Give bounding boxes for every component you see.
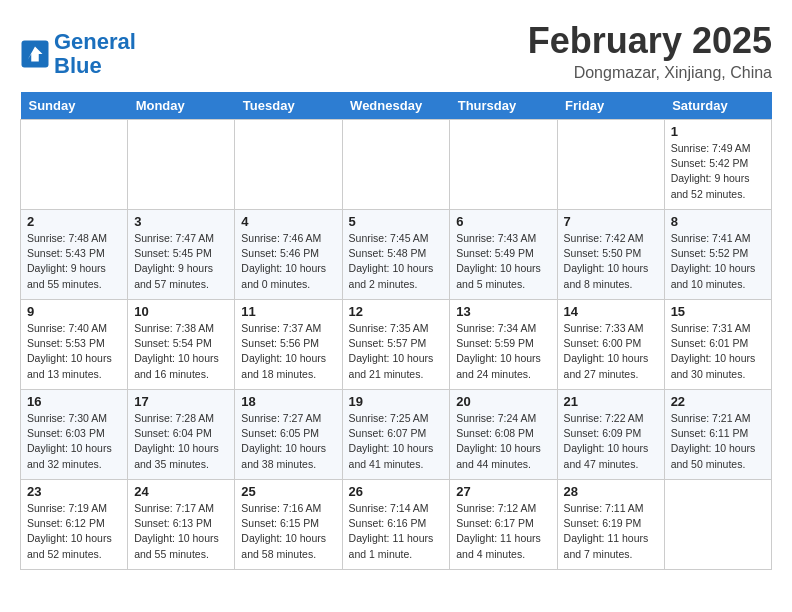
calendar-week-row: 9Sunrise: 7:40 AM Sunset: 5:53 PM Daylig… [21, 300, 772, 390]
calendar-cell: 13Sunrise: 7:34 AM Sunset: 5:59 PM Dayli… [450, 300, 557, 390]
day-number: 16 [27, 394, 121, 409]
day-number: 19 [349, 394, 444, 409]
calendar-cell: 2Sunrise: 7:48 AM Sunset: 5:43 PM Daylig… [21, 210, 128, 300]
calendar-cell: 8Sunrise: 7:41 AM Sunset: 5:52 PM Daylig… [664, 210, 771, 300]
day-number: 28 [564, 484, 658, 499]
day-info: Sunrise: 7:31 AM Sunset: 6:01 PM Dayligh… [671, 321, 765, 382]
day-info: Sunrise: 7:33 AM Sunset: 6:00 PM Dayligh… [564, 321, 658, 382]
day-number: 5 [349, 214, 444, 229]
weekday-header: Sunday [21, 92, 128, 120]
weekday-header: Wednesday [342, 92, 450, 120]
day-number: 15 [671, 304, 765, 319]
weekday-header: Friday [557, 92, 664, 120]
day-info: Sunrise: 7:28 AM Sunset: 6:04 PM Dayligh… [134, 411, 228, 472]
calendar-cell [235, 120, 342, 210]
calendar-cell: 25Sunrise: 7:16 AM Sunset: 6:15 PM Dayli… [235, 480, 342, 570]
day-info: Sunrise: 7:34 AM Sunset: 5:59 PM Dayligh… [456, 321, 550, 382]
calendar-cell: 22Sunrise: 7:21 AM Sunset: 6:11 PM Dayli… [664, 390, 771, 480]
logo-text: General Blue [54, 30, 136, 78]
day-info: Sunrise: 7:19 AM Sunset: 6:12 PM Dayligh… [27, 501, 121, 562]
day-info: Sunrise: 7:45 AM Sunset: 5:48 PM Dayligh… [349, 231, 444, 292]
day-number: 2 [27, 214, 121, 229]
calendar-week-row: 23Sunrise: 7:19 AM Sunset: 6:12 PM Dayli… [21, 480, 772, 570]
day-number: 13 [456, 304, 550, 319]
calendar-cell: 17Sunrise: 7:28 AM Sunset: 6:04 PM Dayli… [128, 390, 235, 480]
day-info: Sunrise: 7:24 AM Sunset: 6:08 PM Dayligh… [456, 411, 550, 472]
day-info: Sunrise: 7:11 AM Sunset: 6:19 PM Dayligh… [564, 501, 658, 562]
calendar-cell: 5Sunrise: 7:45 AM Sunset: 5:48 PM Daylig… [342, 210, 450, 300]
calendar-header-row: SundayMondayTuesdayWednesdayThursdayFrid… [21, 92, 772, 120]
calendar-cell [450, 120, 557, 210]
calendar-cell: 26Sunrise: 7:14 AM Sunset: 6:16 PM Dayli… [342, 480, 450, 570]
day-info: Sunrise: 7:48 AM Sunset: 5:43 PM Dayligh… [27, 231, 121, 292]
day-info: Sunrise: 7:16 AM Sunset: 6:15 PM Dayligh… [241, 501, 335, 562]
day-info: Sunrise: 7:42 AM Sunset: 5:50 PM Dayligh… [564, 231, 658, 292]
calendar-week-row: 1Sunrise: 7:49 AM Sunset: 5:42 PM Daylig… [21, 120, 772, 210]
day-info: Sunrise: 7:49 AM Sunset: 5:42 PM Dayligh… [671, 141, 765, 202]
day-number: 26 [349, 484, 444, 499]
day-number: 6 [456, 214, 550, 229]
calendar-cell: 16Sunrise: 7:30 AM Sunset: 6:03 PM Dayli… [21, 390, 128, 480]
calendar-cell: 24Sunrise: 7:17 AM Sunset: 6:13 PM Dayli… [128, 480, 235, 570]
calendar-cell [21, 120, 128, 210]
day-number: 18 [241, 394, 335, 409]
day-number: 21 [564, 394, 658, 409]
day-info: Sunrise: 7:30 AM Sunset: 6:03 PM Dayligh… [27, 411, 121, 472]
month-title: February 2025 [528, 20, 772, 62]
day-info: Sunrise: 7:43 AM Sunset: 5:49 PM Dayligh… [456, 231, 550, 292]
calendar-cell: 15Sunrise: 7:31 AM Sunset: 6:01 PM Dayli… [664, 300, 771, 390]
day-number: 17 [134, 394, 228, 409]
logo: General Blue [20, 30, 136, 78]
calendar-cell: 1Sunrise: 7:49 AM Sunset: 5:42 PM Daylig… [664, 120, 771, 210]
day-number: 7 [564, 214, 658, 229]
calendar-cell: 3Sunrise: 7:47 AM Sunset: 5:45 PM Daylig… [128, 210, 235, 300]
calendar-cell: 10Sunrise: 7:38 AM Sunset: 5:54 PM Dayli… [128, 300, 235, 390]
calendar-cell [128, 120, 235, 210]
calendar-cell: 27Sunrise: 7:12 AM Sunset: 6:17 PM Dayli… [450, 480, 557, 570]
day-number: 4 [241, 214, 335, 229]
day-number: 22 [671, 394, 765, 409]
calendar-cell: 6Sunrise: 7:43 AM Sunset: 5:49 PM Daylig… [450, 210, 557, 300]
day-info: Sunrise: 7:47 AM Sunset: 5:45 PM Dayligh… [134, 231, 228, 292]
calendar-cell: 20Sunrise: 7:24 AM Sunset: 6:08 PM Dayli… [450, 390, 557, 480]
day-info: Sunrise: 7:38 AM Sunset: 5:54 PM Dayligh… [134, 321, 228, 382]
day-number: 10 [134, 304, 228, 319]
calendar-cell: 9Sunrise: 7:40 AM Sunset: 5:53 PM Daylig… [21, 300, 128, 390]
day-info: Sunrise: 7:22 AM Sunset: 6:09 PM Dayligh… [564, 411, 658, 472]
calendar-cell [664, 480, 771, 570]
day-number: 23 [27, 484, 121, 499]
weekday-header: Tuesday [235, 92, 342, 120]
header: General Blue February 2025 Dongmazar, Xi… [20, 20, 772, 82]
day-number: 27 [456, 484, 550, 499]
weekday-header: Thursday [450, 92, 557, 120]
location-title: Dongmazar, Xinjiang, China [528, 64, 772, 82]
day-number: 1 [671, 124, 765, 139]
day-info: Sunrise: 7:21 AM Sunset: 6:11 PM Dayligh… [671, 411, 765, 472]
title-block: February 2025 Dongmazar, Xinjiang, China [528, 20, 772, 82]
calendar-cell: 19Sunrise: 7:25 AM Sunset: 6:07 PM Dayli… [342, 390, 450, 480]
day-info: Sunrise: 7:41 AM Sunset: 5:52 PM Dayligh… [671, 231, 765, 292]
calendar-cell: 7Sunrise: 7:42 AM Sunset: 5:50 PM Daylig… [557, 210, 664, 300]
calendar-cell: 23Sunrise: 7:19 AM Sunset: 6:12 PM Dayli… [21, 480, 128, 570]
day-info: Sunrise: 7:17 AM Sunset: 6:13 PM Dayligh… [134, 501, 228, 562]
day-number: 14 [564, 304, 658, 319]
day-info: Sunrise: 7:14 AM Sunset: 6:16 PM Dayligh… [349, 501, 444, 562]
day-info: Sunrise: 7:12 AM Sunset: 6:17 PM Dayligh… [456, 501, 550, 562]
day-info: Sunrise: 7:46 AM Sunset: 5:46 PM Dayligh… [241, 231, 335, 292]
calendar-cell: 14Sunrise: 7:33 AM Sunset: 6:00 PM Dayli… [557, 300, 664, 390]
weekday-header: Monday [128, 92, 235, 120]
calendar-cell: 12Sunrise: 7:35 AM Sunset: 5:57 PM Dayli… [342, 300, 450, 390]
calendar-cell [557, 120, 664, 210]
day-info: Sunrise: 7:35 AM Sunset: 5:57 PM Dayligh… [349, 321, 444, 382]
calendar-table: SundayMondayTuesdayWednesdayThursdayFrid… [20, 92, 772, 570]
day-info: Sunrise: 7:27 AM Sunset: 6:05 PM Dayligh… [241, 411, 335, 472]
weekday-header: Saturday [664, 92, 771, 120]
calendar-week-row: 2Sunrise: 7:48 AM Sunset: 5:43 PM Daylig… [21, 210, 772, 300]
calendar-cell: 4Sunrise: 7:46 AM Sunset: 5:46 PM Daylig… [235, 210, 342, 300]
day-number: 12 [349, 304, 444, 319]
calendar-cell: 28Sunrise: 7:11 AM Sunset: 6:19 PM Dayli… [557, 480, 664, 570]
day-info: Sunrise: 7:25 AM Sunset: 6:07 PM Dayligh… [349, 411, 444, 472]
calendar-cell: 11Sunrise: 7:37 AM Sunset: 5:56 PM Dayli… [235, 300, 342, 390]
day-number: 3 [134, 214, 228, 229]
day-number: 8 [671, 214, 765, 229]
